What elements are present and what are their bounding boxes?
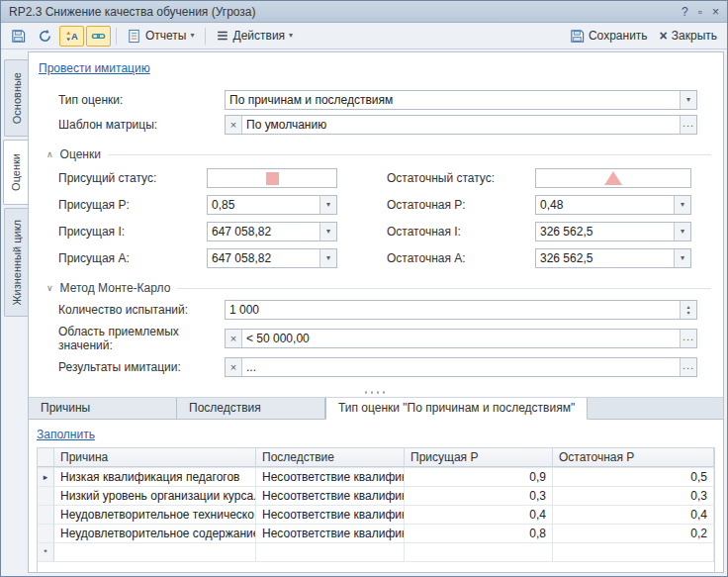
inherent-i-label: Присущая I:: [58, 225, 207, 239]
cell-residual-p[interactable]: 0,5: [553, 468, 714, 486]
sort-toggle-button[interactable]: A: [59, 26, 84, 47]
cell-cause[interactable]: Низкий уровень организации курса...: [54, 487, 256, 505]
ellipsis-button[interactable]: ...: [680, 358, 696, 376]
new-row[interactable]: *: [38, 543, 714, 562]
inherent-p-value: 0,85: [208, 198, 319, 212]
assessment-type-combobox[interactable]: По причинам и последствиям ▾: [225, 90, 697, 110]
cell-inherent-p[interactable]: 0,9: [405, 468, 553, 486]
actions-label: Действия: [233, 29, 286, 43]
table-header-row: Причина Последствие Присущая P Остаточна…: [38, 448, 714, 468]
cell-consequence[interactable]: Несоответствие квалифик...: [256, 525, 405, 542]
chevron-down-icon[interactable]: ▾: [674, 196, 690, 214]
chevron-down-icon[interactable]: ▾: [319, 249, 336, 267]
run-simulation-link[interactable]: Провести имитацию: [39, 61, 150, 75]
cell-cause[interactable]: [54, 543, 256, 561]
clear-icon[interactable]: ×: [226, 116, 242, 134]
chevron-down-icon[interactable]: ▾: [674, 223, 690, 240]
cell-consequence[interactable]: [256, 543, 405, 561]
tab-consequences[interactable]: Последствия: [177, 398, 325, 419]
chevron-down-icon[interactable]: ▾: [680, 91, 696, 109]
column-header-residual-p[interactable]: Остаточная P: [553, 448, 714, 467]
quick-save-button[interactable]: [6, 26, 31, 47]
cell-inherent-p[interactable]: 0,4: [405, 506, 553, 524]
refresh-button[interactable]: [33, 26, 57, 47]
cell-inherent-p[interactable]: 0,8: [405, 525, 553, 542]
maximize-icon[interactable]: ▫: [698, 5, 702, 19]
residual-status-field[interactable]: [535, 168, 691, 188]
assessment-type-label: Тип оценки:: [58, 93, 225, 107]
close-label: Закрыть: [672, 29, 717, 43]
reports-button[interactable]: Отчеты ▾: [122, 26, 200, 47]
chevron-down-icon[interactable]: ▾: [319, 223, 336, 240]
cell-cause[interactable]: Низкая квалификация педагогов: [54, 468, 256, 486]
chevron-down-icon[interactable]: ▾: [319, 196, 336, 214]
inherent-i-combobox[interactable]: 647 058,82 ▾: [207, 222, 337, 241]
close-icon: ×: [660, 29, 668, 43]
spin-down-icon[interactable]: ▾: [686, 310, 689, 316]
column-header-consequence[interactable]: Последствие: [256, 448, 405, 467]
cell-inherent-p[interactable]: 0,3: [405, 487, 553, 505]
acceptable-range-field[interactable]: × < 50 000,00 ...: [225, 329, 697, 348]
ellipsis-button[interactable]: ...: [680, 116, 696, 134]
inherent-status-field[interactable]: [207, 168, 337, 188]
trials-row: Количество испытаний: 1 000 ▴ ▾: [58, 300, 715, 320]
help-icon[interactable]: ?: [682, 5, 688, 19]
window-controls: ? ▫ ×: [682, 5, 719, 19]
table-row[interactable]: Неудовлетворительное содержание... Несоо…: [38, 525, 714, 543]
splitter-handle[interactable]: [29, 388, 723, 397]
trials-value: 1 000: [226, 303, 680, 317]
table-row[interactable]: Неудовлетворительное техническо... Несоо…: [38, 506, 714, 525]
fill-link[interactable]: Заполнить: [37, 428, 95, 441]
column-header-inherent-p[interactable]: Присущая P: [405, 448, 553, 467]
sidebar-tab-main[interactable]: Основные: [4, 59, 28, 137]
expand-icon: ∨: [46, 283, 53, 293]
cell-cause[interactable]: Неудовлетворительное техническо...: [54, 506, 256, 524]
inherent-a-combobox[interactable]: 647 058,82 ▾: [207, 248, 337, 268]
cell-consequence[interactable]: Несоответствие квалифик...: [256, 487, 405, 505]
tab-causes[interactable]: Причины: [29, 398, 177, 419]
link-toggle-button[interactable]: [86, 26, 111, 47]
table-row[interactable]: Низкий уровень организации курса... Несо…: [38, 487, 714, 506]
cell-cause[interactable]: Неудовлетворительное содержание...: [54, 525, 256, 542]
save-button[interactable]: Сохранить: [565, 26, 653, 47]
ratings-group-header[interactable]: ∧ Оценки: [46, 147, 711, 161]
a-row: Присущая A: 647 058,82 ▾ Остаточная A: 3…: [58, 248, 715, 268]
group-divider: [177, 288, 711, 289]
column-header-cause[interactable]: Причина: [54, 448, 256, 467]
chain-link-icon: [91, 29, 106, 44]
chevron-down-icon[interactable]: ▾: [674, 249, 690, 267]
cell-inherent-p[interactable]: [405, 543, 553, 561]
window-title: RP2.3 Снижение качества обучения (Угроза…: [9, 5, 682, 19]
residual-a-combobox[interactable]: 326 562,5 ▾: [535, 248, 691, 268]
sort-az-icon: A: [64, 29, 79, 44]
sidebar-tab-ratings-label: Оценки: [10, 151, 22, 193]
clear-icon[interactable]: ×: [226, 330, 242, 347]
cell-consequence[interactable]: Несоответствие квалифик...: [256, 506, 405, 524]
residual-i-label: Остаточная I:: [387, 225, 535, 239]
matrix-template-field[interactable]: × По умолчанию ...: [225, 115, 697, 135]
sidebar-tab-lifecycle[interactable]: Жизненный цикл: [4, 208, 28, 317]
cell-residual-p[interactable]: 0,4: [553, 506, 714, 524]
table-row[interactable]: ▸ Низкая квалификация педагогов Несоотве…: [38, 468, 714, 487]
cell-residual-p[interactable]: 0,3: [553, 487, 714, 505]
trials-spin-field[interactable]: 1 000 ▴ ▾: [225, 300, 697, 320]
spinner-buttons[interactable]: ▴ ▾: [680, 301, 696, 319]
sidebar-tab-ratings[interactable]: Оценки: [3, 140, 28, 205]
cell-residual-p[interactable]: [553, 543, 714, 561]
inherent-p-combobox[interactable]: 0,85 ▾: [207, 195, 337, 215]
simulation-results-field[interactable]: × ... ...: [225, 357, 697, 377]
floppy-icon: [11, 29, 26, 44]
tab-assessment-type[interactable]: Тип оценки "По причинам и последствиям": [325, 398, 588, 420]
ellipsis-button[interactable]: ...: [680, 330, 696, 347]
actions-button[interactable]: Действия ▾: [211, 26, 299, 47]
residual-p-combobox[interactable]: 0,48 ▾: [535, 195, 691, 215]
monte-carlo-group-header[interactable]: ∨ Метод Монте-Карло: [46, 281, 711, 295]
close-button[interactable]: × Закрыть: [655, 26, 722, 47]
cell-residual-p[interactable]: 0,2: [553, 525, 714, 542]
inherent-a-value: 647 058,82: [208, 251, 319, 265]
window-close-icon[interactable]: ×: [712, 5, 719, 19]
residual-i-combobox[interactable]: 326 562,5 ▾: [535, 222, 691, 241]
p-row: Присущая P: 0,85 ▾ Остаточная P: 0,48 ▾: [58, 195, 715, 215]
clear-icon[interactable]: ×: [226, 358, 242, 376]
cell-consequence[interactable]: Несоответствие квалифик...: [256, 468, 405, 486]
